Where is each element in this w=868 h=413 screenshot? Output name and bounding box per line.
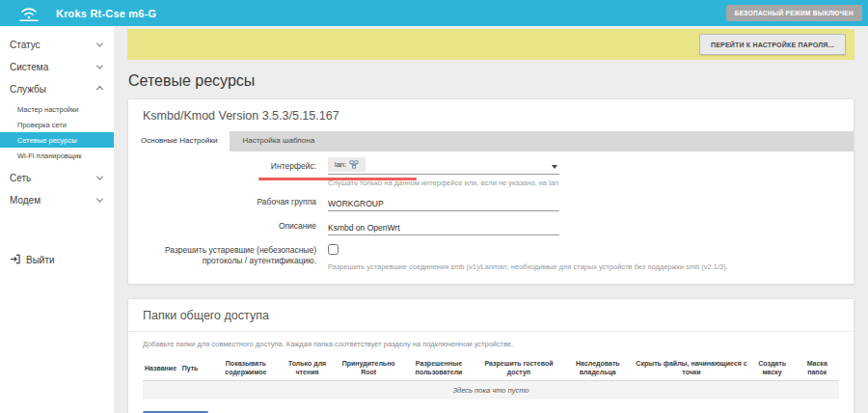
sidebar-item-services[interactable]: Службы <box>0 78 114 100</box>
sidebar: Статус Система Службы Мастер настройки П… <box>0 26 114 413</box>
tab-template-settings[interactable]: Настройка шаблона <box>230 131 327 151</box>
logout-button[interactable]: Выйти <box>0 248 114 272</box>
col-read-only: Только для чтения <box>279 355 336 381</box>
interface-select[interactable]: lan: <box>328 157 559 175</box>
ksmbd-card-title: Ksmbd/Kmod Version 3.5.3/5.15.167 <box>128 99 854 131</box>
sidebar-item-label: Система <box>10 62 48 72</box>
col-guest-access: Разрешить гостевой доступ <box>476 355 562 381</box>
shared-folders-title: Папки общего доступа <box>128 299 854 331</box>
table-header-row: Название Путь Показывать содержимое Толь… <box>143 355 839 381</box>
description-input[interactable] <box>328 220 559 235</box>
annotation-underline-interface <box>258 178 417 180</box>
main-content: ПЕРЕЙТИ К НАСТРОЙКЕ ПАРОЛЯ... Сетевые ре… <box>114 26 868 413</box>
page-title: Сетевые ресурсы <box>128 72 854 90</box>
header-bar: Kroks Rt-Cse m6-G БЕЗОПАСНЫЙ РЕЖИМ ВЫКЛЮ… <box>0 0 868 26</box>
col-dir-mask: Маска папок <box>795 355 839 381</box>
sidebar-item-network-check[interactable]: Проверка сети <box>0 117 114 132</box>
shared-folders-table: Название Путь Показывать содержимое Толь… <box>143 355 839 399</box>
legacy-protocols-help-text: Разрешить устаревшие соединения smb (v1)… <box>328 262 559 271</box>
sidebar-item-setup-wizard[interactable]: Мастер настройки <box>0 101 114 117</box>
chevron-down-icon <box>96 41 103 47</box>
sidebar-item-label: Статус <box>10 40 41 50</box>
legacy-protocols-label: Разрешить устаревшие (небезопасные) прот… <box>143 241 328 271</box>
sidebar-item-label: Сеть <box>10 173 31 183</box>
col-force-root: Принудительно Root <box>336 355 401 381</box>
settings-tabs: Основные Настройки Настройка шаблона <box>128 131 854 151</box>
services-submenu: Мастер настройки Проверка сети Сетевые р… <box>0 100 114 167</box>
chevron-down-icon <box>96 174 103 180</box>
col-inherit-owner: Наследовать владельца <box>561 355 634 381</box>
ksmbd-settings-form: Интерфейс: lan: <box>128 151 854 284</box>
chevron-down-icon <box>96 196 103 203</box>
logout-icon <box>10 254 20 266</box>
sidebar-item-network-shares[interactable]: Сетевые ресурсы <box>0 132 114 148</box>
safe-mode-button[interactable]: БЕЗОПАСНЫЙ РЕЖИМ ВЫКЛЮЧЕН <box>726 5 862 21</box>
col-browseable: Показывать содержимое <box>213 355 279 381</box>
ksmbd-card: Ksmbd/Kmod Version 3.5.3/5.15.167 Основн… <box>127 98 854 285</box>
sidebar-item-status[interactable]: Статус <box>0 34 114 56</box>
sidebar-item-label: Службы <box>10 84 46 95</box>
legacy-protocols-checkbox[interactable] <box>328 244 339 255</box>
shared-folders-description: Добавьте папки для совместного доступа. … <box>128 332 854 353</box>
col-hide-dot-files: Скрыть файлы, начинающиеся с точки <box>634 355 748 381</box>
device-title: Kroks Rt-Cse m6-G <box>56 8 156 19</box>
interface-value: lan: <box>335 160 346 169</box>
sidebar-item-modem[interactable]: Модем <box>0 189 114 211</box>
workgroup-input[interactable] <box>328 196 559 211</box>
shared-folders-card: Папки общего доступа Добавьте папки для … <box>127 298 854 413</box>
wifi-logo-icon <box>17 5 41 22</box>
goto-password-settings-button[interactable]: ПЕРЕЙТИ К НАСТРОЙКЕ ПАРОЛЯ... <box>699 34 846 55</box>
chevron-down-icon <box>96 63 103 69</box>
sidebar-item-network[interactable]: Сеть <box>0 167 114 189</box>
select-dropdown-arrow-icon <box>552 165 557 169</box>
workgroup-label: Рабочая группа <box>143 193 328 211</box>
sidebar-item-wifi-scheduler[interactable]: Wi-Fi планировщик <box>0 148 114 163</box>
interface-selected-chip[interactable]: lan: <box>328 157 366 172</box>
logout-label: Выйти <box>26 255 55 265</box>
network-interface-icon <box>349 160 359 169</box>
col-create-mask: Создать маску <box>749 355 796 381</box>
empty-state-text: Здесь пока что пусто <box>143 381 839 400</box>
chevron-up-icon <box>96 86 103 93</box>
interface-label: Интерфейс: <box>143 157 328 187</box>
col-allowed-users: Разрешенные пользователи <box>401 355 475 381</box>
col-path: Путь <box>180 355 213 381</box>
sidebar-item-label: Модем <box>10 195 41 206</box>
description-label: Описание <box>143 217 328 235</box>
password-notice-bar: ПЕРЕЙТИ К НАСТРОЙКЕ ПАРОЛЯ... <box>127 29 854 60</box>
col-name: Название <box>143 355 180 381</box>
sidebar-item-system[interactable]: Система <box>0 56 114 78</box>
tab-basic-settings[interactable]: Основные Настройки <box>128 131 230 151</box>
table-empty-row: Здесь пока что пусто <box>143 381 839 400</box>
